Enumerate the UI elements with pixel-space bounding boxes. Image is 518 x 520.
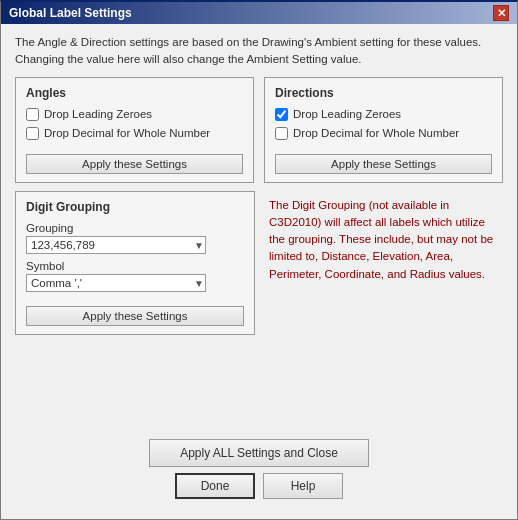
angles-drop-decimal-checkbox[interactable] xyxy=(26,127,39,140)
directions-apply-button[interactable]: Apply these Settings xyxy=(275,154,492,174)
grouping-field-group: Grouping 123,456,789 1,23,456,789 None ▼ xyxy=(26,222,244,254)
help-button[interactable]: Help xyxy=(263,473,343,499)
digit-grouping-title: Digit Grouping xyxy=(26,200,244,214)
grouping-label: Grouping xyxy=(26,222,244,234)
directions-drop-decimal-row: Drop Decimal for Whole Number xyxy=(275,127,492,140)
info-text: The Angle & Direction settings are based… xyxy=(15,34,503,69)
apply-all-button[interactable]: Apply ALL Settings and Close xyxy=(149,439,369,467)
directions-drop-leading-zeroes-row: Drop Leading Zeroes xyxy=(275,108,492,121)
done-button[interactable]: Done xyxy=(175,473,255,499)
angles-panel: Angles Drop Leading Zeroes Drop Decimal … xyxy=(15,77,254,183)
symbol-label: Symbol xyxy=(26,260,244,272)
angles-drop-decimal-label: Drop Decimal for Whole Number xyxy=(44,127,210,139)
symbol-select[interactable]: Comma ',' Period '.' Space ' ' None xyxy=(26,274,206,292)
angles-drop-leading-zeroes-label: Drop Leading Zeroes xyxy=(44,108,152,120)
title-bar: Global Label Settings ✕ xyxy=(1,2,517,24)
angles-apply-button[interactable]: Apply these Settings xyxy=(26,154,243,174)
digit-apply-button[interactable]: Apply these Settings xyxy=(26,306,244,326)
directions-drop-decimal-label: Drop Decimal for Whole Number xyxy=(293,127,459,139)
symbol-select-wrapper: Comma ',' Period '.' Space ' ' None ▼ xyxy=(26,274,206,292)
digit-info-text: The Digit Grouping (not available in C3D… xyxy=(265,191,503,335)
digit-grouping-panel: Digit Grouping Grouping 123,456,789 1,23… xyxy=(15,191,255,335)
angles-title: Angles xyxy=(26,86,243,100)
bottom-buttons-area: Apply ALL Settings and Close Done Help xyxy=(15,439,503,509)
window-title: Global Label Settings xyxy=(9,6,132,20)
angles-drop-decimal-row: Drop Decimal for Whole Number xyxy=(26,127,243,140)
close-button[interactable]: ✕ xyxy=(493,5,509,21)
main-window: Global Label Settings ✕ The Angle & Dire… xyxy=(0,0,518,520)
angles-drop-leading-zeroes-row: Drop Leading Zeroes xyxy=(26,108,243,121)
directions-panel: Directions Drop Leading Zeroes Drop Deci… xyxy=(264,77,503,183)
directions-title: Directions xyxy=(275,86,492,100)
directions-drop-leading-zeroes-checkbox[interactable] xyxy=(275,108,288,121)
done-help-row: Done Help xyxy=(175,473,343,499)
bottom-panels-row: Digit Grouping Grouping 123,456,789 1,23… xyxy=(15,191,503,335)
grouping-select-wrapper: 123,456,789 1,23,456,789 None ▼ xyxy=(26,236,206,254)
symbol-field-group: Symbol Comma ',' Period '.' Space ' ' No… xyxy=(26,260,244,292)
grouping-select[interactable]: 123,456,789 1,23,456,789 None xyxy=(26,236,206,254)
top-panels-row: Angles Drop Leading Zeroes Drop Decimal … xyxy=(15,77,503,183)
angles-drop-leading-zeroes-checkbox[interactable] xyxy=(26,108,39,121)
directions-drop-leading-zeroes-label: Drop Leading Zeroes xyxy=(293,108,401,120)
directions-drop-decimal-checkbox[interactable] xyxy=(275,127,288,140)
content-area: The Angle & Direction settings are based… xyxy=(1,24,517,519)
